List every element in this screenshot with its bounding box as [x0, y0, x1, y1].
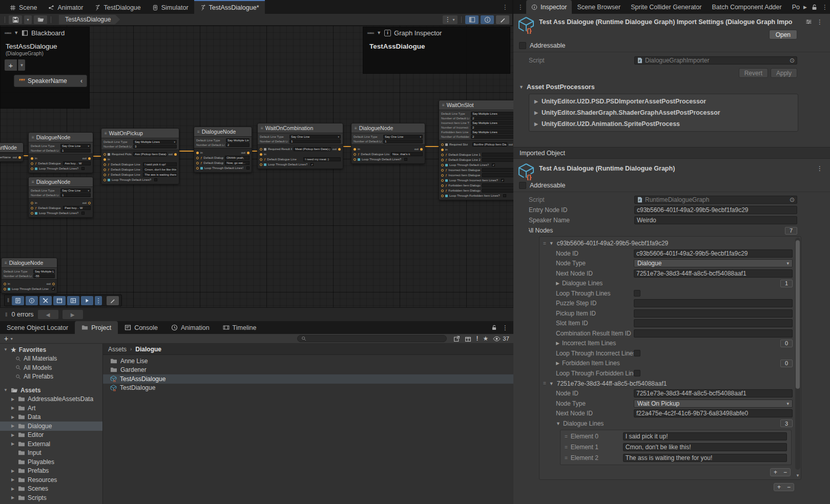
field-dropdown[interactable]: Dialogue▾ [634, 259, 793, 267]
port-checkbox[interactable] [503, 194, 506, 197]
project-search-input[interactable] [297, 335, 447, 342]
field-value[interactable]: 7251e73e-38d3-44ff-a8c5-bcf54088aaf1 [634, 269, 793, 278]
favorites-star-icon[interactable]: ★ [483, 335, 488, 342]
toggle-minimap-button[interactable] [496, 15, 509, 24]
port-dot[interactable] [260, 148, 262, 151]
create-asset-button[interactable]: + [4, 335, 8, 342]
port-value-field[interactable]: Ohhhh yeah, [225, 156, 250, 160]
port-dot[interactable] [441, 143, 444, 146]
bottom-tab-project[interactable]: Project [75, 321, 118, 334]
port-dot[interactable] [354, 148, 356, 151]
foldout-arrow-icon[interactable]: ▼ [556, 421, 561, 426]
visibility-toggle[interactable]: 37 [493, 335, 509, 342]
file-item-gardener[interactable]: Gardener [103, 366, 513, 375]
port-value-field[interactable]: The ass is waiting there for y [143, 173, 177, 177]
port-value-field[interactable]: Bonfire (Pickup Item Da⊙ [472, 142, 507, 146]
node-property-dropdown[interactable]: Say Multiple Lines▾ [471, 112, 513, 116]
port-dot[interactable] [4, 283, 6, 285]
port-value-field[interactable] [482, 173, 513, 177]
graph-tool-tools-button[interactable] [39, 296, 52, 305]
port-value-field[interactable]: Now, go eat... [225, 161, 250, 165]
out-port[interactable]: out [414, 148, 423, 151]
foldout-arrow-icon[interactable]: ▼ [3, 347, 8, 352]
port-dot[interactable] [31, 212, 33, 215]
element-value[interactable]: The ass is waiting there for you! [623, 454, 787, 462]
add-element-button[interactable]: + [771, 469, 780, 476]
port-dot[interactable] [420, 148, 423, 151]
port-dot[interactable] [247, 152, 250, 154]
graph-node-dialoguenode[interactable]: ≡DialogueNodeDefault Line TypeSay One Li… [28, 132, 93, 173]
node-entry-header[interactable]: =▼c93b5606-401f-49a2-99b5-9ecbf1fa9c29 [540, 238, 793, 248]
editor-tab-animator[interactable]: Animator [43, 0, 89, 14]
tree-item-dialogue[interactable]: ▶Dialogue [0, 422, 102, 431]
graph-tool-pen-button[interactable] [107, 296, 119, 305]
drag-handle-icon[interactable]: = [565, 455, 568, 461]
port-dot[interactable] [441, 164, 444, 166]
port-dot[interactable] [18, 156, 21, 159]
port-checkbox[interactable]: ✓ [310, 163, 314, 166]
addressable-checkbox[interactable] [519, 182, 526, 189]
port-dot[interactable] [260, 158, 262, 161]
drag-handle-icon[interactable]: = [565, 445, 568, 450]
inspector-tab-scene-browser[interactable]: Scene Browser [572, 0, 626, 14]
scrollbar-thumb[interactable] [796, 240, 800, 389]
port-dot[interactable] [88, 157, 91, 160]
node-property-dropdown[interactable]: Say Multiple Lines▾ [471, 121, 513, 125]
port-dot[interactable] [260, 163, 262, 166]
port-dot[interactable] [196, 152, 199, 154]
tree-item-input[interactable]: Input [0, 449, 102, 458]
editor-tab-simulator[interactable]: Simulator [147, 0, 194, 14]
port-checkbox[interactable] [154, 178, 157, 181]
foldout-arrow-icon[interactable]: ▶ [10, 442, 15, 446]
node-collapse-icon[interactable]: ≡ [261, 126, 263, 131]
port-dot[interactable] [103, 174, 106, 176]
postprocessor-item[interactable]: ▶UnityEditor.ShaderGraph.ShaderGraphAsse… [529, 107, 798, 118]
inspector-tab-po[interactable]: Po [787, 0, 805, 14]
port-dot[interactable] [31, 207, 33, 209]
postprocessor-item[interactable]: ▶UnityEditor.U2D.Animation.SpritePostPro… [529, 118, 798, 130]
scroll-down-icon[interactable]: ▼ [795, 473, 800, 478]
graph-canvas[interactable]: ══ ▼ Blackboard TestAssDialogue (Dialogu… [0, 26, 513, 307]
port-dot[interactable] [441, 190, 444, 192]
node-property-input[interactable]: 2 [226, 143, 250, 147]
node-property-dropdown[interactable]: Say Multiple Lines▾ [471, 130, 513, 134]
graph-node-dialoguenode[interactable]: ≡DialogueNodeDefault Line TypeSay One Li… [28, 177, 93, 218]
field-checkbox[interactable] [634, 290, 640, 297]
port-dot[interactable] [354, 153, 356, 156]
port-dot[interactable] [441, 184, 444, 187]
port-value-field[interactable]: Cmon, don't be like this! [143, 167, 177, 172]
foldout-arrow-icon[interactable]: ▶ [534, 121, 538, 127]
kebab-icon[interactable]: ⋮ [817, 165, 823, 172]
port-value-field[interactable]: Ass (Pickup Item Data)⊙ [133, 152, 167, 156]
port-dot[interactable] [441, 195, 444, 197]
port-dot[interactable] [31, 167, 33, 170]
port-dot[interactable] [441, 169, 444, 172]
foldout-arrow-icon[interactable]: ▶ [10, 406, 15, 410]
editor-tab-testassdialogue[interactable]: TestAssDialogue* [194, 0, 265, 14]
postprocessor-item[interactable]: ▶UnityEditor.U2D.PSD.PSDImporterAssetPos… [529, 96, 798, 107]
out-port[interactable]: out [13, 156, 21, 159]
port-checkbox[interactable] [246, 166, 250, 170]
port-dot[interactable] [196, 162, 199, 164]
node-property-dropdown[interactable]: Say One Line▾ [383, 135, 423, 139]
array-size-field[interactable]: 1 [780, 280, 793, 287]
bottom-tab-scene-object-locator[interactable]: Scene Object Locator [0, 321, 75, 334]
node-property-dropdown[interactable]: Say One Line▾ [60, 144, 91, 148]
tree-item-editor[interactable]: ▶Editor [0, 431, 102, 440]
port-dot[interactable] [4, 288, 6, 290]
foldout-arrow-icon[interactable]: ▶ [556, 361, 559, 366]
breadcrumb-assets[interactable]: Assets [108, 346, 127, 353]
inspector-tab-sprite-collider-generator[interactable]: Sprite Collider Generator [626, 0, 707, 14]
element-value[interactable]: Cmon, don't be like this! [623, 443, 787, 451]
inspector-tab-inspector[interactable]: Inspector [526, 0, 572, 14]
foldout-arrow-icon[interactable]: ▶ [10, 415, 15, 419]
port-value-field[interactable] [482, 188, 513, 193]
presets-icon[interactable] [805, 18, 812, 25]
revert-button[interactable]: Revert [739, 68, 768, 78]
graph-tool-play-button[interactable] [81, 296, 93, 305]
node-property-dropdown[interactable]: Say One Line▾ [289, 135, 341, 139]
out-port[interactable]: out [47, 282, 55, 285]
node-collapse-icon[interactable]: ≡ [5, 261, 7, 265]
all-nodes-add-remove[interactable]: +− [774, 483, 794, 491]
warning-icon[interactable]: ! [476, 335, 478, 342]
